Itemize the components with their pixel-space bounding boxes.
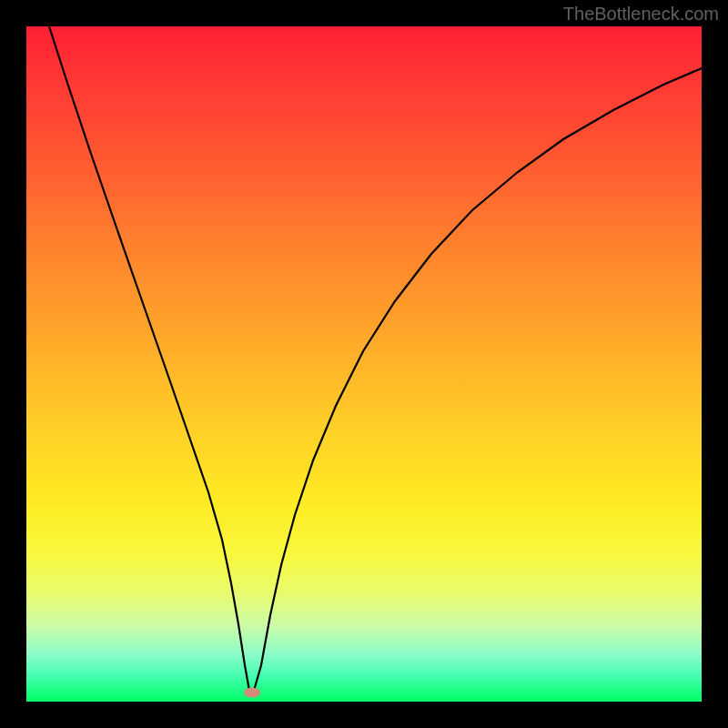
chart-gradient-background (26, 26, 702, 702)
curve-right (254, 68, 702, 691)
chart-svg (26, 26, 702, 702)
curve-left (49, 26, 249, 691)
watermark-text: TheBottleneck.com (563, 4, 719, 25)
minimum-dot-marker (244, 688, 260, 698)
